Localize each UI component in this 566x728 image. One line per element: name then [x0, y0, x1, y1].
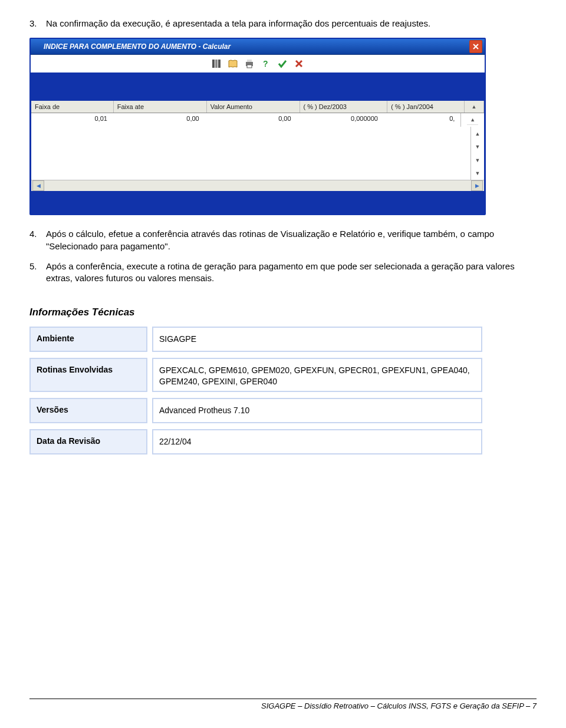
- svg-rect-2: [218, 60, 221, 68]
- col-header: Faixa ate: [114, 101, 207, 113]
- svg-text:?: ?: [263, 59, 268, 68]
- col-header: Valor Aumento: [207, 101, 300, 113]
- list-text: Após o cálculo, efetue a conferência atr…: [46, 228, 537, 252]
- info-value: SIGAGPE: [152, 327, 482, 352]
- svg-rect-4: [247, 60, 252, 62]
- scroll-end-icon[interactable]: ▼: [471, 167, 484, 180]
- vscroll-top[interactable]: ▲: [464, 101, 484, 113]
- list-item-4: 4. Após o cálculo, efetue a conferência …: [29, 228, 537, 252]
- list-number: 4.: [29, 228, 46, 240]
- cancel-icon[interactable]: [292, 57, 305, 70]
- col-header: ( % ) Dez/2003: [300, 101, 388, 113]
- window-titlebar: INDICE PARA COMPLEMENTO DO AUMENTO - Cal…: [31, 39, 485, 55]
- info-row-ambiente: Ambiente SIGAGPE: [29, 327, 537, 352]
- list-number: 3.: [29, 18, 46, 29]
- info-value: GPEXCALC, GPEM610, GPEM020, GPEXFUN, GPE…: [152, 358, 482, 392]
- info-label: Rotinas Envolvidas: [29, 358, 147, 392]
- sheet-columns-icon[interactable]: [210, 57, 223, 70]
- toolbar: ?: [31, 55, 485, 74]
- info-label: Ambiente: [29, 327, 147, 352]
- embedded-screenshot: INDICE PARA COMPLEMENTO DO AUMENTO - Cal…: [29, 38, 486, 215]
- col-header: ( % ) Jan/2004: [387, 101, 464, 113]
- window-title: INDICE PARA COMPLEMENTO DO AUMENTO - Cal…: [44, 42, 231, 51]
- list-item-3: 3. Na confirmação da execução, é apresen…: [29, 18, 537, 29]
- svg-rect-5: [247, 65, 252, 68]
- close-icon: [472, 43, 479, 50]
- cell[interactable]: 0,01: [31, 113, 113, 127]
- scroll-down-icon[interactable]: ▼: [471, 140, 484, 154]
- grid-header: Faixa de Faixa ate Valor Aumento ( % ) D…: [31, 101, 484, 113]
- grid-body: ▲ ▼ ▼ ▼: [31, 127, 484, 180]
- help-icon[interactable]: ?: [259, 57, 272, 70]
- vscroll-btn[interactable]: ▲: [460, 113, 484, 127]
- scroll-up-icon[interactable]: ▲: [471, 127, 484, 140]
- scroll-right-icon[interactable]: ▶: [471, 180, 483, 191]
- scroll-down-end-icon[interactable]: ▼: [471, 153, 484, 167]
- page-footer: SIGAGPE – Dissídio Retroativo – Cálculos…: [29, 699, 537, 710]
- list-text: Após a conferência, execute a rotina de …: [46, 261, 537, 285]
- list-number: 5.: [29, 261, 46, 272]
- list-text: Na confirmação da execução, é apresentad…: [46, 18, 537, 29]
- svg-rect-0: [212, 60, 215, 68]
- hscroll[interactable]: ◀ ▶: [31, 180, 484, 191]
- book-icon[interactable]: [226, 57, 239, 70]
- info-value: 22/12/04: [152, 429, 482, 454]
- cell[interactable]: 0,000000: [297, 113, 384, 127]
- window-footer-strip: [31, 192, 485, 214]
- info-label: Data da Revisão: [29, 429, 147, 454]
- info-label: Versões: [29, 398, 147, 423]
- info-row-versoes: Versões Advanced Protheus 7.10: [29, 398, 537, 423]
- list-item-5: 5. Após a conferência, execute a rotina …: [29, 261, 537, 285]
- data-grid: Faixa de Faixa ate Valor Aumento ( % ) D…: [31, 101, 485, 192]
- table-row: 0,01 0,00 0,00 0,000000 0, ▲: [31, 113, 484, 127]
- info-row-data: Data da Revisão 22/12/04: [29, 429, 537, 454]
- info-value: Advanced Protheus 7.10: [152, 398, 482, 423]
- print-icon[interactable]: [243, 57, 256, 70]
- section-title: Informações Técnicas: [29, 307, 537, 318]
- scroll-left-icon[interactable]: ◀: [32, 180, 44, 191]
- col-header: Faixa de: [31, 101, 114, 113]
- close-button[interactable]: [469, 40, 482, 53]
- info-row-rotinas: Rotinas Envolvidas GPEXCALC, GPEM610, GP…: [29, 358, 537, 392]
- cell[interactable]: 0,00: [113, 113, 205, 127]
- cell[interactable]: 0,: [384, 113, 460, 127]
- confirm-icon[interactable]: [276, 57, 289, 70]
- cell[interactable]: 0,00: [205, 113, 297, 127]
- svg-rect-1: [215, 60, 218, 68]
- vscroll-track[interactable]: ▲ ▼ ▼ ▼: [470, 127, 484, 180]
